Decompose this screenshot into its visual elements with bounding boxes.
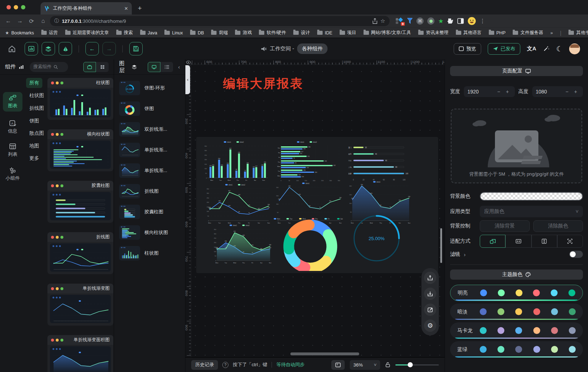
app-type-select[interactable]: 应用颜色˅ [480,206,583,217]
bookmarks-manager[interactable]: ★Bookmarks [5,30,34,35]
bookmark-item[interactable]: Java [140,30,157,35]
chart-area-dual[interactable]: data1data2050100150200250300350MonTueWed… [211,224,272,264]
bookmark-item[interactable]: Linux [164,30,183,35]
bookmark-item[interactable]: 搜索 [116,30,133,36]
share-icon[interactable] [372,18,378,24]
redo-button[interactable]: → [102,42,116,55]
theme-color-dot[interactable] [551,308,558,315]
canvas-horizontal-scrollbar[interactable] [290,352,359,355]
fit-width-button[interactable] [505,235,531,248]
category-map[interactable]: 地图 [26,141,42,151]
chart-capsule[interactable]: 厦门20南阳40北京60上海80新疆100020406080100 [347,143,413,181]
theme-color-dot[interactable] [533,346,540,353]
macos-traffic-lights[interactable] [0,0,25,14]
layer-item[interactable]: 单折线渐... [119,163,181,178]
category-scatter[interactable]: 散点图 [26,128,47,138]
dark-mode-icon[interactable]: ☾ [556,45,563,53]
bookmark-item[interactable]: 运营 [41,30,58,36]
layer-item[interactable]: 饼图 [119,101,181,116]
theme-color-dot[interactable] [498,289,505,296]
side-panel-icon[interactable] [457,18,464,24]
component-card[interactable]: 横向柱状图 [47,129,113,171]
canvas-vertical-scrollbar[interactable] [440,228,442,263]
save-button[interactable] [129,42,143,55]
site-info-icon[interactable]: ⓘ [54,18,59,24]
theme-color-dot[interactable] [515,327,522,334]
sidebar-item-charts[interactable]: 图表 [3,92,22,112]
layer-item[interactable]: 双折线渐... [119,122,181,137]
category-all[interactable]: 所有 [26,78,42,88]
recorder-extension-icon[interactable] [427,17,434,25]
sidebar-item-info[interactable]: A 信息 [3,117,22,137]
theme-color-dot[interactable] [515,346,522,353]
category-line[interactable]: 折线图 [26,103,47,113]
bookmark-item[interactable]: 项目 [340,30,356,36]
minimize-window-button[interactable] [14,5,18,9]
lock-icon[interactable] [385,362,390,368]
layer-item[interactable]: 单折线渐... [119,142,181,158]
details-panel-toggle[interactable] [59,42,72,55]
theme-color-dot[interactable] [497,308,504,315]
layer-item[interactable]: 折线图 [119,184,181,199]
zoom-select[interactable]: 36%˅ [350,360,380,370]
component-card[interactable]: 折线图 [47,232,113,274]
theme-color-dot[interactable] [569,346,576,353]
collapse-layers-icon[interactable]: ‹ [178,64,180,70]
canvas-area[interactable]: 600 700 800 900 1000 1100 1200 1300 200 … [185,59,445,372]
profile-avatar-icon[interactable] [467,17,476,25]
theme-color-dot[interactable] [480,327,487,334]
components-panel-toggle[interactable] [25,42,38,55]
background-upload-dropzone[interactable]: 背景图需小于 5M ，格式为 png/jpg/gif 的文件 [451,109,582,183]
clear-color-button[interactable]: 清除颜色 [533,220,583,232]
theme-row-macaron[interactable]: 马卡龙 [450,322,583,339]
close-window-button[interactable] [7,5,11,9]
tampermonkey-icon[interactable]: 9 [395,17,403,25]
bookmark-item[interactable]: 近期需要读的文章 [65,30,109,36]
new-tab-button[interactable]: + [135,3,145,13]
page-config-header[interactable]: 页面配置 [450,66,583,76]
filter-toggle[interactable] [569,251,583,258]
theme-row-bright[interactable]: 明亮 [450,285,583,301]
reload-icon[interactable]: ⟳ [27,18,36,25]
import-icon[interactable] [424,288,436,300]
settings-gear-icon[interactable]: ⚙ [424,319,436,332]
theme-color-dot[interactable] [515,308,522,315]
bookmark-item[interactable]: 其他语言 [456,30,482,36]
layer-item[interactable]: 横向柱状图 [119,225,181,240]
url-bar[interactable]: ⓘ 127.0.0.1:3000/#/chart/home/9 ☆ [50,16,390,26]
forward-icon[interactable]: → [15,18,25,24]
app-home-icon[interactable] [8,45,16,53]
bg-color-swatch[interactable] [480,192,583,201]
bookmark-star-icon[interactable]: ☆ [381,18,385,24]
component-card[interactable]: 柱状图 [47,78,113,120]
layers-view-list[interactable] [160,62,173,72]
browser-tab[interactable]: 工作空间-各种组件 ✕ [41,2,132,14]
theme-color-dot[interactable] [480,308,487,315]
panel-collapse-handle[interactable]: ‹ [185,65,190,94]
help-icon[interactable]: ? [222,362,228,368]
clear-background-button[interactable]: 清除背景 [480,220,530,232]
theme-color-dot[interactable] [480,289,487,296]
layer-item[interactable]: 胶囊柱图 [119,204,181,220]
bookmarks-overflow-icon[interactable]: » [550,30,553,35]
star-extension-icon[interactable]: ★ [438,17,444,25]
theme-row-dim[interactable]: 暗淡 [450,304,583,320]
theme-color-dot[interactable] [551,289,558,296]
bookmark-item[interactable]: 游戏 [235,30,252,36]
width-stepper[interactable]: 1920− + [464,86,515,97]
shortcut-extension-icon[interactable]: ⌘ [416,17,424,25]
dashboard-preview[interactable]: data1data2050100150200250300350MonTueWed… [196,137,438,273]
component-card[interactable]: 胶囊柱图 [47,181,113,223]
fit-scale-button[interactable] [480,235,505,248]
back-icon[interactable]: ← [4,18,13,24]
component-card[interactable]: 单折线渐变图 [47,284,113,326]
chart-bar-grouped[interactable]: data1data2050100150200250300350MonTueWed… [201,141,270,182]
workspace-name-pill[interactable]: 各种组件 [297,43,327,54]
theme-color-dot[interactable] [497,346,504,353]
filter-extension-icon[interactable] [407,18,413,24]
fit-stretch-button[interactable] [557,235,583,248]
sidebar-item-list[interactable]: 列表 [3,141,22,160]
theme-row-bluegreen[interactable]: 蓝绿 [450,341,583,358]
bookmark-item[interactable]: DB [190,30,204,35]
theme-color-dot[interactable] [533,327,540,334]
